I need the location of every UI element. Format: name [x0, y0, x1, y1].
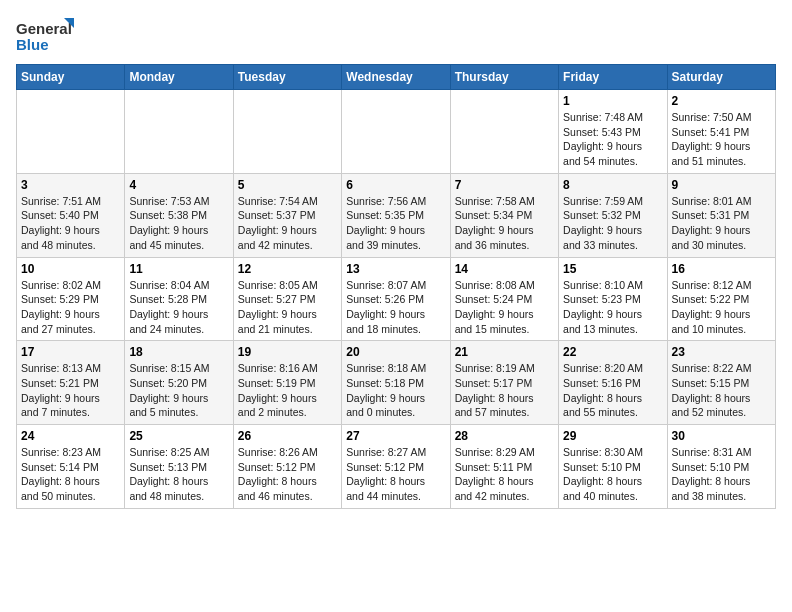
calendar-day-cell [125, 90, 233, 174]
calendar-day-cell: 3Sunrise: 7:51 AM Sunset: 5:40 PM Daylig… [17, 173, 125, 257]
day-number: 30 [672, 429, 771, 443]
calendar-day-cell: 7Sunrise: 7:58 AM Sunset: 5:34 PM Daylig… [450, 173, 558, 257]
calendar-day-cell: 2Sunrise: 7:50 AM Sunset: 5:41 PM Daylig… [667, 90, 775, 174]
calendar-day-cell: 26Sunrise: 8:26 AM Sunset: 5:12 PM Dayli… [233, 425, 341, 509]
day-number: 6 [346, 178, 445, 192]
day-number: 29 [563, 429, 662, 443]
calendar-day-cell: 12Sunrise: 8:05 AM Sunset: 5:27 PM Dayli… [233, 257, 341, 341]
logo: GeneralBlue [16, 16, 76, 56]
day-info: Sunrise: 8:18 AM Sunset: 5:18 PM Dayligh… [346, 361, 445, 420]
day-number: 1 [563, 94, 662, 108]
weekday-header: SundayMondayTuesdayWednesdayThursdayFrid… [17, 65, 776, 90]
calendar-day-cell [450, 90, 558, 174]
calendar: SundayMondayTuesdayWednesdayThursdayFrid… [16, 64, 776, 509]
calendar-day-cell: 14Sunrise: 8:08 AM Sunset: 5:24 PM Dayli… [450, 257, 558, 341]
day-number: 26 [238, 429, 337, 443]
weekday-header-cell: Sunday [17, 65, 125, 90]
calendar-week-row: 10Sunrise: 8:02 AM Sunset: 5:29 PM Dayli… [17, 257, 776, 341]
calendar-day-cell: 27Sunrise: 8:27 AM Sunset: 5:12 PM Dayli… [342, 425, 450, 509]
calendar-day-cell: 15Sunrise: 8:10 AM Sunset: 5:23 PM Dayli… [559, 257, 667, 341]
day-info: Sunrise: 8:30 AM Sunset: 5:10 PM Dayligh… [563, 445, 662, 504]
day-number: 12 [238, 262, 337, 276]
header: GeneralBlue [16, 16, 776, 56]
day-number: 27 [346, 429, 445, 443]
day-info: Sunrise: 8:13 AM Sunset: 5:21 PM Dayligh… [21, 361, 120, 420]
day-info: Sunrise: 8:25 AM Sunset: 5:13 PM Dayligh… [129, 445, 228, 504]
calendar-day-cell [342, 90, 450, 174]
calendar-day-cell: 1Sunrise: 7:48 AM Sunset: 5:43 PM Daylig… [559, 90, 667, 174]
calendar-day-cell: 8Sunrise: 7:59 AM Sunset: 5:32 PM Daylig… [559, 173, 667, 257]
day-info: Sunrise: 8:04 AM Sunset: 5:28 PM Dayligh… [129, 278, 228, 337]
day-info: Sunrise: 8:02 AM Sunset: 5:29 PM Dayligh… [21, 278, 120, 337]
day-number: 17 [21, 345, 120, 359]
day-number: 2 [672, 94, 771, 108]
calendar-week-row: 3Sunrise: 7:51 AM Sunset: 5:40 PM Daylig… [17, 173, 776, 257]
day-number: 4 [129, 178, 228, 192]
calendar-day-cell: 9Sunrise: 8:01 AM Sunset: 5:31 PM Daylig… [667, 173, 775, 257]
day-info: Sunrise: 8:16 AM Sunset: 5:19 PM Dayligh… [238, 361, 337, 420]
day-number: 25 [129, 429, 228, 443]
day-info: Sunrise: 8:22 AM Sunset: 5:15 PM Dayligh… [672, 361, 771, 420]
calendar-day-cell: 28Sunrise: 8:29 AM Sunset: 5:11 PM Dayli… [450, 425, 558, 509]
calendar-day-cell: 24Sunrise: 8:23 AM Sunset: 5:14 PM Dayli… [17, 425, 125, 509]
day-info: Sunrise: 7:53 AM Sunset: 5:38 PM Dayligh… [129, 194, 228, 253]
calendar-day-cell: 22Sunrise: 8:20 AM Sunset: 5:16 PM Dayli… [559, 341, 667, 425]
day-info: Sunrise: 8:20 AM Sunset: 5:16 PM Dayligh… [563, 361, 662, 420]
day-info: Sunrise: 8:19 AM Sunset: 5:17 PM Dayligh… [455, 361, 554, 420]
day-info: Sunrise: 8:08 AM Sunset: 5:24 PM Dayligh… [455, 278, 554, 337]
day-number: 19 [238, 345, 337, 359]
day-info: Sunrise: 7:56 AM Sunset: 5:35 PM Dayligh… [346, 194, 445, 253]
day-number: 5 [238, 178, 337, 192]
day-info: Sunrise: 8:23 AM Sunset: 5:14 PM Dayligh… [21, 445, 120, 504]
calendar-day-cell: 11Sunrise: 8:04 AM Sunset: 5:28 PM Dayli… [125, 257, 233, 341]
day-number: 21 [455, 345, 554, 359]
svg-text:General: General [16, 20, 72, 37]
calendar-day-cell: 20Sunrise: 8:18 AM Sunset: 5:18 PM Dayli… [342, 341, 450, 425]
day-number: 22 [563, 345, 662, 359]
calendar-day-cell [233, 90, 341, 174]
day-number: 28 [455, 429, 554, 443]
calendar-day-cell: 10Sunrise: 8:02 AM Sunset: 5:29 PM Dayli… [17, 257, 125, 341]
calendar-day-cell: 18Sunrise: 8:15 AM Sunset: 5:20 PM Dayli… [125, 341, 233, 425]
day-info: Sunrise: 7:58 AM Sunset: 5:34 PM Dayligh… [455, 194, 554, 253]
day-info: Sunrise: 7:50 AM Sunset: 5:41 PM Dayligh… [672, 110, 771, 169]
day-number: 10 [21, 262, 120, 276]
calendar-day-cell: 21Sunrise: 8:19 AM Sunset: 5:17 PM Dayli… [450, 341, 558, 425]
day-number: 11 [129, 262, 228, 276]
weekday-header-cell: Friday [559, 65, 667, 90]
calendar-day-cell: 4Sunrise: 7:53 AM Sunset: 5:38 PM Daylig… [125, 173, 233, 257]
calendar-week-row: 17Sunrise: 8:13 AM Sunset: 5:21 PM Dayli… [17, 341, 776, 425]
calendar-day-cell [17, 90, 125, 174]
logo-svg: GeneralBlue [16, 16, 76, 56]
day-number: 8 [563, 178, 662, 192]
day-info: Sunrise: 8:26 AM Sunset: 5:12 PM Dayligh… [238, 445, 337, 504]
calendar-day-cell: 19Sunrise: 8:16 AM Sunset: 5:19 PM Dayli… [233, 341, 341, 425]
day-number: 23 [672, 345, 771, 359]
day-info: Sunrise: 8:15 AM Sunset: 5:20 PM Dayligh… [129, 361, 228, 420]
day-info: Sunrise: 7:51 AM Sunset: 5:40 PM Dayligh… [21, 194, 120, 253]
weekday-header-cell: Thursday [450, 65, 558, 90]
day-info: Sunrise: 8:05 AM Sunset: 5:27 PM Dayligh… [238, 278, 337, 337]
day-info: Sunrise: 8:10 AM Sunset: 5:23 PM Dayligh… [563, 278, 662, 337]
calendar-day-cell: 25Sunrise: 8:25 AM Sunset: 5:13 PM Dayli… [125, 425, 233, 509]
calendar-day-cell: 5Sunrise: 7:54 AM Sunset: 5:37 PM Daylig… [233, 173, 341, 257]
calendar-day-cell: 30Sunrise: 8:31 AM Sunset: 5:10 PM Dayli… [667, 425, 775, 509]
calendar-body: 1Sunrise: 7:48 AM Sunset: 5:43 PM Daylig… [17, 90, 776, 509]
svg-text:Blue: Blue [16, 36, 49, 53]
calendar-day-cell: 6Sunrise: 7:56 AM Sunset: 5:35 PM Daylig… [342, 173, 450, 257]
day-number: 15 [563, 262, 662, 276]
calendar-day-cell: 13Sunrise: 8:07 AM Sunset: 5:26 PM Dayli… [342, 257, 450, 341]
day-info: Sunrise: 7:48 AM Sunset: 5:43 PM Dayligh… [563, 110, 662, 169]
day-info: Sunrise: 8:27 AM Sunset: 5:12 PM Dayligh… [346, 445, 445, 504]
day-info: Sunrise: 7:59 AM Sunset: 5:32 PM Dayligh… [563, 194, 662, 253]
calendar-day-cell: 29Sunrise: 8:30 AM Sunset: 5:10 PM Dayli… [559, 425, 667, 509]
day-number: 18 [129, 345, 228, 359]
day-number: 7 [455, 178, 554, 192]
weekday-header-cell: Saturday [667, 65, 775, 90]
calendar-day-cell: 16Sunrise: 8:12 AM Sunset: 5:22 PM Dayli… [667, 257, 775, 341]
calendar-week-row: 1Sunrise: 7:48 AM Sunset: 5:43 PM Daylig… [17, 90, 776, 174]
day-number: 3 [21, 178, 120, 192]
day-number: 16 [672, 262, 771, 276]
day-number: 9 [672, 178, 771, 192]
weekday-header-cell: Wednesday [342, 65, 450, 90]
